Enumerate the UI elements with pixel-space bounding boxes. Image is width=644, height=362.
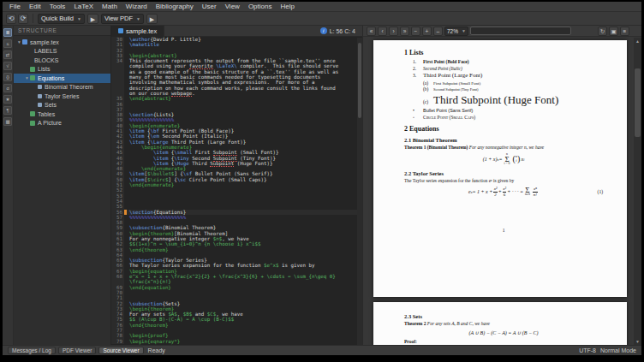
scroll-down-icon[interactable]: ▼ [635, 338, 640, 345]
tab-sample-tex[interactable]: sample.tex [111, 26, 164, 37]
structure-item-label: BLOCKS [34, 57, 58, 63]
code-line-text: %%%%%%%%%%%%%%%%%%% [127, 215, 186, 220]
arrows-panel-icon[interactable]: ⇄ [3, 50, 12, 59]
status-button-messages-log[interactable]: Messages / Log [8, 347, 56, 354]
structure-item-taylor-series[interactable]: Taylor Series [14, 92, 110, 101]
pdf-scrollbar-thumb[interactable] [635, 68, 641, 137]
pdf-block-li2: (c)Third Subpoint (Huge Font) [423, 93, 603, 107]
pdf-page-2-content: 2.3 SetsTheorem 2 For any sets A, B and … [373, 302, 627, 345]
code-line[interactable]: 79\begin{eqnarray*} [111, 339, 362, 344]
fit-width-icon[interactable]: ⇔ [433, 27, 443, 36]
menu-help[interactable]: Help [276, 2, 298, 12]
menu-wizard[interactable]: Wizard [122, 2, 152, 12]
pdf-block-para: The Taylor series expansion for the func… [404, 178, 603, 183]
editor-tab-bar: sample.tex i L: 56 C: 4 [111, 26, 362, 37]
most-used-panel-icon[interactable]: ★ [3, 95, 12, 104]
menu-latex[interactable]: LaTeX [69, 2, 98, 12]
pdf-block-thm: Theorem 1 (Binomial Theorem) For any non… [404, 145, 603, 150]
quick-build-run-button[interactable]: ▶ [87, 14, 98, 24]
pdf-page-1: 1 Lists1.First Point (Bold Face)2.Second… [373, 40, 627, 297]
zoom-select[interactable]: 72% ▼ [444, 27, 468, 36]
menu-view[interactable]: View [221, 2, 244, 12]
view-pdf-select[interactable]: View PDF ▼ [101, 14, 144, 24]
next-page-icon[interactable]: › [389, 27, 398, 36]
structure-item-blocks[interactable]: BLOCKS [14, 56, 110, 65]
view-pdf-label: View PDF [104, 15, 133, 22]
status-bar: Messages / LogPDF ViewerSource Viewer Re… [3, 345, 641, 355]
pdf-block-li: 1.First Point (Bold Face) [413, 59, 603, 64]
code-line-text: \end{enumerate} [127, 182, 174, 187]
pdf-view-area[interactable]: 1 Lists1.First Point (Bold Face)2.Second… [363, 37, 641, 345]
section-icon [30, 75, 35, 80]
structure-item-binomial-theorem[interactable]: Binomial Theorem [14, 83, 110, 92]
pdf-scrollbar[interactable]: ▲ ▼ [634, 38, 641, 345]
pdf-block-li: ◦Circle Point (Small Caps) [413, 115, 603, 120]
cursor-position-label: L: 56 C: 4 [330, 28, 355, 34]
structure-item-sets[interactable]: Sets [14, 101, 110, 110]
code-area[interactable]: 30\author{David P. Little}31\maketitle32… [111, 37, 362, 345]
structure-panel-icon[interactable]: ≣ [3, 28, 12, 37]
previous-page-icon[interactable]: ‹ [378, 27, 387, 36]
delimiters-panel-icon[interactable]: {} [3, 73, 12, 81]
quick-build-select[interactable]: Quick Build ▼ [38, 14, 85, 24]
structure-item-label: Tables [38, 111, 55, 117]
pdf-toolbar-right-icon-group: ↻▣≡ [598, 27, 638, 36]
redo-icon[interactable]: ⟳ [18, 14, 28, 24]
code-line-text: \end{theorem} [127, 323, 168, 328]
scroll-up-icon[interactable]: ▲ [635, 38, 640, 45]
texmaker-window: FileEditToolsLaTeXMathWizardBibliography… [3, 2, 641, 355]
relation-symbols-panel-icon[interactable]: ≤ [3, 39, 12, 48]
menu-user[interactable]: User [198, 2, 221, 12]
status-button-source-viewer[interactable]: Source Viewer [98, 347, 143, 354]
pstricks-panel-icon[interactable]: ▦ [3, 117, 12, 126]
pdf-search-input[interactable] [470, 27, 571, 35]
structure-item-tables[interactable]: Tables [14, 110, 110, 119]
structure-item-a-picture[interactable]: A Picture [14, 119, 110, 128]
subsection-icon [38, 94, 42, 98]
structure-item-label: sample.tex [30, 39, 59, 45]
options-icon[interactable]: ≡ [620, 27, 629, 36]
structure-item-label: Taylor Series [45, 93, 79, 99]
pdf-scrollbar-track[interactable] [634, 45, 641, 338]
structure-item-label: Lists [38, 66, 50, 72]
menu-edit[interactable]: Edit [25, 2, 45, 12]
pdf-toolbar-icon-group: «‹›»−+⇔ [367, 27, 443, 36]
info-icon: i [320, 27, 327, 34]
misc-text-panel-icon[interactable]: ¶ [3, 106, 12, 115]
zoom-out-icon[interactable]: − [411, 27, 420, 36]
greek-panel-icon[interactable]: α [3, 84, 12, 92]
toolbar-separator [33, 14, 33, 23]
menu-math[interactable]: Math [98, 2, 122, 12]
pdf-block-formula: (A ∪ B) − (C − A) = A ∪ (B − C) [404, 329, 603, 335]
subsection-icon [38, 85, 42, 89]
presentation-mode-icon[interactable]: ▣ [609, 27, 618, 36]
pdf-block-li: 3.Third Point (Large Font) [413, 72, 603, 79]
structure-item-label: A Picture [38, 120, 62, 126]
view-pdf-run-button[interactable]: ▶ [146, 14, 158, 24]
code-line-text: \end{theorem} [127, 247, 168, 252]
misc-math-panel-icon[interactable]: √ [3, 62, 12, 70]
first-page-icon[interactable]: « [367, 27, 376, 36]
structure-item-sample-tex[interactable]: ▾sample.tex [14, 38, 110, 47]
pdf-block-formula: (1 + x)n = nΣi = 0(ni) xi [404, 153, 603, 167]
menu-file[interactable]: File [5, 2, 25, 12]
menu-bibliography[interactable]: Bibliography [152, 2, 198, 12]
undo-icon[interactable]: ⟲ [6, 14, 16, 24]
main-toolbar: ⟲⟳ Quick Build ▼ ▶ View PDF ▼ ▶ [3, 12, 641, 26]
status-button-pdf-viewer[interactable]: PDF Viewer [58, 347, 97, 354]
section-icon [30, 121, 35, 126]
structure-item-labels[interactable]: LABELS [14, 47, 110, 56]
document-icon [118, 28, 123, 33]
editor-scrollbar-thumb[interactable] [358, 43, 361, 118]
menu-options[interactable]: Options [244, 2, 277, 12]
last-page-icon[interactable]: » [400, 27, 409, 36]
structure-item-equations[interactable]: ▾Equations [14, 74, 110, 83]
structure-item-lists[interactable]: Lists [14, 65, 110, 74]
editor-scrollbar[interactable] [357, 38, 362, 345]
pdf-block-h2: 2.3 Sets [404, 313, 603, 319]
section-icon [30, 111, 35, 116]
rotate-icon[interactable]: ↻ [598, 27, 607, 36]
zoom-in-icon[interactable]: + [422, 27, 432, 36]
side-panel-rail: ≣≤⇄√{}α★¶▦ [3, 26, 14, 345]
menu-tools[interactable]: Tools [45, 2, 70, 12]
